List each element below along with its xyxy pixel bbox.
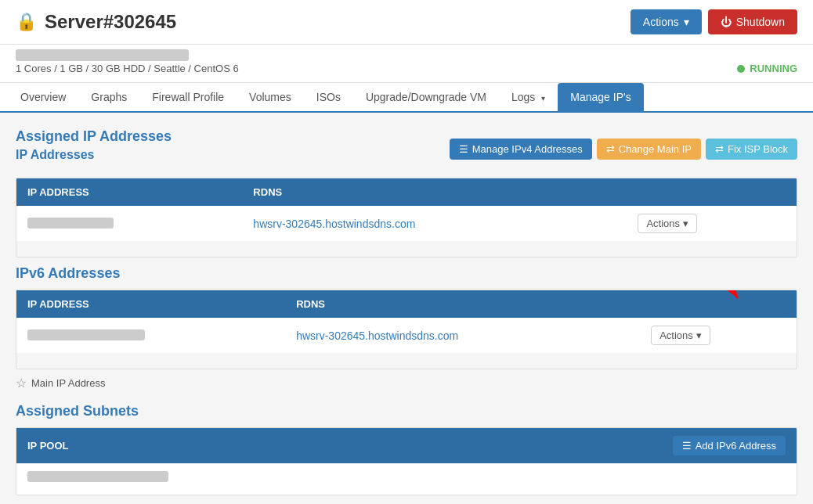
ip-addresses-subtitle: IP Addresses — [16, 148, 172, 162]
ipv6-actions-caret: ▾ — [696, 329, 702, 341]
tab-manage-ips[interactable]: Manage IP's — [558, 83, 643, 111]
col-rdns: RDNS — [242, 178, 627, 206]
ip-actions-group: ☰ Manage IPv4 Addresses ⇄ Change Main IP… — [450, 139, 797, 160]
ipv4-table-wrapper: IP ADDRESS RDNS hwsrv-302645.hostwindsdn… — [16, 178, 797, 257]
power-icon: ⏻ — [721, 16, 732, 28]
add-ipv6-label: Add IPv6 Address — [696, 440, 776, 452]
logs-caret: ▾ — [541, 94, 545, 103]
main-ip-label: Main IP Address — [31, 377, 105, 389]
list-icon: ☰ — [459, 143, 468, 155]
ip-address-cell — [16, 206, 242, 241]
tab-upgrade[interactable]: Upgrade/Downgrade VM — [353, 83, 499, 111]
server-domain: ■■■■■■■■■■■■■■■■■■■twindns.com — [16, 49, 239, 61]
wrench-icon: ⇄ — [715, 143, 724, 155]
plus-icon: ☰ — [682, 440, 692, 452]
col-actions-header-v6 — [640, 290, 797, 318]
subnets-title: Assigned Subnets — [16, 403, 797, 419]
manage-ipv4-label: Manage IPv4 Addresses — [472, 143, 583, 155]
change-main-ip-button[interactable]: ⇄ Change Main IP — [597, 139, 701, 160]
content: Assigned IP Addresses IP Addresses ☰ Man… — [0, 113, 813, 504]
star-icon: ☆ — [16, 376, 27, 391]
server-specs: 1 Cores / 1 GB / 30 GB HDD / Seattle / C… — [16, 63, 239, 74]
col-ip-address-v6: IP ADDRESS — [16, 290, 285, 318]
exchange-icon: ⇄ — [606, 143, 615, 155]
actions-button[interactable]: Actions ▾ — [631, 9, 702, 34]
ipv4-actions-label: Actions — [646, 218, 680, 229]
ip-blurred — [27, 218, 114, 229]
subnet-blurred — [27, 471, 168, 482]
main-ip-note: ☆ Main IP Address — [16, 376, 797, 391]
assigned-ip-header: Assigned IP Addresses IP Addresses ☰ Man… — [16, 128, 797, 170]
tab-firewall[interactable]: Firewall Profile — [139, 83, 237, 111]
tab-volumes[interactable]: Volumes — [237, 83, 304, 111]
tab-graphs[interactable]: Graphs — [78, 83, 139, 111]
subnets-header: IP POOL ☰ Add IPv6 Address — [16, 428, 797, 463]
tab-logs[interactable]: Logs ▾ — [499, 83, 558, 111]
ip-pool-label: IP POOL — [27, 440, 69, 452]
top-actions: Actions ▾ ⏻ Shutdown — [631, 9, 797, 34]
subnets-body — [16, 463, 797, 495]
ipv6-section: IPv6 Addresses 点击这里 IP ADDRESS RDNS — [16, 265, 797, 369]
server-title: 🔒 Server#302645 — [16, 11, 176, 33]
rdns-cell: hwsrv-302645.hostwindsdns.com — [242, 206, 627, 241]
server-meta: ■■■■■■■■■■■■■■■■■■■twindns.com 1 Cores /… — [0, 45, 813, 83]
tab-overview[interactable]: Overview — [8, 83, 78, 111]
tab-isos[interactable]: ISOs — [304, 83, 353, 111]
actions-cell: Actions ▾ — [627, 206, 797, 241]
actions-label: Actions — [643, 16, 679, 28]
actions-caret: ▾ — [684, 16, 689, 28]
assigned-ip-title: Assigned IP Addresses — [16, 128, 172, 145]
fix-isp-label: Fix ISP Block — [728, 143, 788, 155]
nav-tabs: Overview Graphs Firewall Profile Volumes… — [0, 83, 813, 113]
ipv4-table: IP ADDRESS RDNS hwsrv-302645.hostwindsdn… — [16, 178, 797, 241]
rdns-link-ipv4[interactable]: hwsrv-302645.hostwindsdns.com — [253, 218, 415, 230]
ipv4-actions-button[interactable]: Actions ▾ — [638, 214, 697, 233]
ipv4-actions-caret: ▾ — [683, 218, 688, 229]
fix-isp-button[interactable]: ⇄ Fix ISP Block — [706, 139, 797, 160]
server-status: RUNNING — [737, 63, 797, 74]
shutdown-label: Shutdown — [736, 16, 785, 28]
ipv6-actions-label: Actions — [659, 329, 693, 341]
ipv6-blurred — [27, 329, 145, 340]
rdns-link-ipv6[interactable]: hwsrv-302645.hostwindsdns.com — [296, 329, 458, 342]
col-actions-header — [627, 178, 797, 206]
ipv6-table-wrapper: 点击这里 IP ADDRESS RDNS — [16, 290, 797, 369]
actions-cell-v6: Actions ▾ — [640, 318, 797, 353]
ipv6-actions-button[interactable]: Actions ▾ — [651, 326, 710, 345]
table-row: hwsrv-302645.hostwindsdns.com Actions ▾ — [16, 206, 797, 241]
change-main-label: Change Main IP — [619, 143, 692, 155]
shutdown-button[interactable]: ⏻ Shutdown — [708, 9, 797, 34]
server-heading: Server#302645 — [45, 11, 176, 33]
ipv6-title: IPv6 Addresses — [16, 265, 797, 282]
manage-ipv4-button[interactable]: ☰ Manage IPv4 Addresses — [450, 139, 592, 160]
add-ipv6-button[interactable]: ☰ Add IPv6 Address — [673, 436, 786, 455]
col-rdns-v6: RDNS — [285, 290, 640, 318]
status-dot — [737, 65, 745, 73]
ipv6-address-cell — [16, 318, 285, 353]
table-row: hwsrv-302645.hostwindsdns.com Actions ▾ — [16, 318, 797, 353]
lock-icon: 🔒 — [16, 12, 37, 32]
rdns-cell-v6: hwsrv-302645.hostwindsdns.com — [285, 318, 640, 353]
col-ip-address: IP ADDRESS — [16, 178, 242, 206]
status-label: RUNNING — [750, 63, 797, 74]
subnets-wrapper: IP POOL ☰ Add IPv6 Address — [16, 427, 797, 495]
ipv6-table: IP ADDRESS RDNS hwsrv-302645.hostwindsdn… — [16, 290, 797, 353]
top-bar: 🔒 Server#302645 Actions ▾ ⏻ Shutdown — [0, 0, 813, 45]
